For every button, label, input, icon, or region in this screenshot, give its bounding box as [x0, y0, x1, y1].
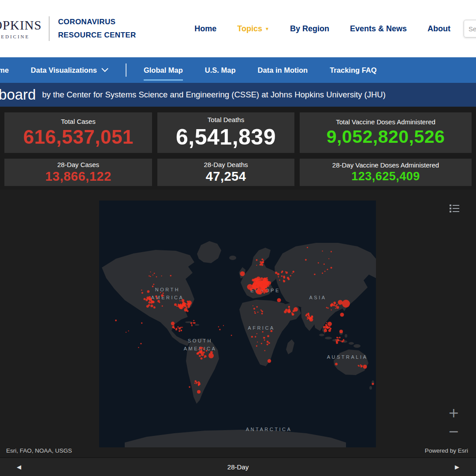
dashboard-subnav: Home Data Visualizations Global Map U.S.… — [0, 57, 476, 83]
stats-row-totals: Total Cases 616,537,051 Total Deaths 6,5… — [4, 112, 472, 153]
stat-card-28day-cases: 28-Day Cases 13,866,122 — [4, 159, 152, 186]
nav-item-home[interactable]: Home — [194, 24, 216, 33]
stat-value-total-cases: 616,537,051 — [23, 126, 133, 148]
nav-item-about[interactable]: About — [428, 24, 450, 33]
stat-value-total-deaths: 6,541,839 — [176, 124, 276, 150]
subnav-item-tracking-faq[interactable]: Tracking FAQ — [330, 57, 376, 83]
stat-label-total-vaccine-doses: Total Vaccine Doses Administered — [336, 118, 435, 126]
dashboard-subtitle: by the Center for Systems Science and En… — [42, 90, 385, 100]
dashboard-banner: Dashboard by the Center for Systems Scie… — [0, 83, 476, 107]
jhu-logo-text: HOPKINS MEDICINE — [0, 18, 42, 39]
svg-text:SOUTH: SOUTH — [188, 338, 212, 343]
stat-card-total-deaths: Total Deaths 6,541,839 — [157, 112, 294, 153]
site-title-line1: CORONAVIRUS — [58, 15, 136, 29]
svg-text:NORTH: NORTH — [155, 287, 180, 292]
world-map-svg: NORTHAMERICAEUROPEASIAAFRICASOUTHAMERICA… — [99, 201, 376, 447]
stats-row-28-day: 28-Day Cases 13,866,122 28-Day Deaths 47… — [4, 159, 472, 186]
nav-item-by-region[interactable]: By Region — [290, 24, 329, 33]
chevron-down-icon: ▼ — [265, 26, 269, 31]
subnav-divider — [126, 63, 126, 77]
stat-label-28day-deaths: 28-Day Deaths — [204, 161, 248, 168]
dashboard-title: Dashboard — [0, 86, 36, 103]
legend-icon[interactable] — [450, 204, 459, 214]
nav-item-topics[interactable]: Topics▼ — [237, 24, 269, 33]
site-header: HOPKINS MEDICINE CORONAVIRUS RESOURCE CE… — [0, 0, 476, 57]
svg-text:AFRICA: AFRICA — [248, 325, 275, 331]
jhu-logo[interactable]: HOPKINS MEDICINE CORONAVIRUS RESOURCE CE… — [0, 15, 136, 42]
stat-value-28day-vaccine-doses: 123,625,409 — [351, 170, 420, 183]
stat-card-total-vaccine-doses: Total Vaccine Doses Administered 9,052,8… — [300, 112, 472, 153]
search-box — [464, 20, 476, 37]
zoom-out-button[interactable]: − — [448, 425, 459, 438]
logo-university-name: HOPKINS — [0, 18, 42, 33]
subnav-item-home[interactable]: Home — [0, 57, 9, 83]
site-title-line2: RESOURCE CENTER — [58, 29, 136, 42]
subnav-item-global-map[interactable]: Global Map — [144, 57, 183, 83]
stat-value-total-vaccine-doses: 9,052,820,526 — [327, 126, 445, 147]
svg-text:ANTARCTICA: ANTARCTICA — [246, 427, 292, 432]
chevron-down-icon — [101, 68, 108, 72]
zoom-in-button[interactable]: + — [448, 406, 459, 420]
stat-label-28day-cases: 28-Day Cases — [57, 161, 99, 168]
stat-card-28day-vaccine-doses: 28-Day Vaccine Doses Administered 123,62… — [300, 159, 472, 186]
svg-text:AUSTRALIA: AUSTRALIA — [327, 354, 368, 360]
subnav-item-us-map[interactable]: U.S. Map — [205, 57, 236, 83]
stat-card-28day-deaths: 28-Day Deaths 47,254 — [157, 159, 294, 186]
nav-item-events-news[interactable]: Events & News — [350, 24, 407, 33]
subnav-item-data-in-motion[interactable]: Data in Motion — [258, 57, 308, 83]
primary-nav: Home Topics▼ By Region Events & News Abo… — [194, 0, 450, 57]
subnav-item-data-visualizations[interactable]: Data Visualizations — [31, 57, 108, 83]
stat-card-total-cases: Total Cases 616,537,051 — [4, 112, 152, 153]
time-range-label: 28-Day — [227, 463, 249, 471]
stat-label-28day-vaccine-doses: 28-Day Vaccine Doses Administered — [332, 161, 439, 169]
nav-item-topics-label: Topics — [237, 24, 262, 33]
subnav-data-visualizations-label: Data Visualizations — [31, 66, 97, 74]
logo-division-name: MEDICINE — [0, 34, 30, 39]
time-range-bar: ◀ 28-Day ▶ — [0, 457, 476, 476]
time-next-arrow-icon[interactable]: ▶ — [455, 464, 459, 470]
map-attribution-sources: Esri, FAO, NOAA, USGS — [6, 447, 72, 454]
stat-label-total-deaths: Total Deaths — [208, 116, 244, 123]
stats-section: Total Cases 616,537,051 Total Deaths 6,5… — [0, 107, 476, 190]
world-map[interactable]: NORTHAMERICAEUROPEASIAAFRICASOUTHAMERICA… — [99, 201, 376, 447]
site-title: CORONAVIRUS RESOURCE CENTER — [58, 15, 136, 42]
covid-dashboard-page: HOPKINS MEDICINE CORONAVIRUS RESOURCE CE… — [0, 0, 476, 476]
search-input[interactable] — [469, 25, 476, 33]
stat-value-28day-deaths: 47,254 — [206, 169, 246, 184]
continents-layer — [102, 241, 376, 447]
stat-label-total-cases: Total Cases — [61, 118, 95, 125]
map-panel: NORTHAMERICAEUROPEASIAAFRICASOUTHAMERICA… — [0, 190, 476, 457]
time-prev-arrow-icon[interactable]: ◀ — [17, 464, 21, 470]
svg-text:ASIA: ASIA — [309, 295, 326, 300]
stat-value-28day-cases: 13,866,122 — [45, 169, 111, 184]
map-attribution-esri: Powered by Esri — [425, 447, 468, 454]
logo-divider — [49, 16, 49, 41]
